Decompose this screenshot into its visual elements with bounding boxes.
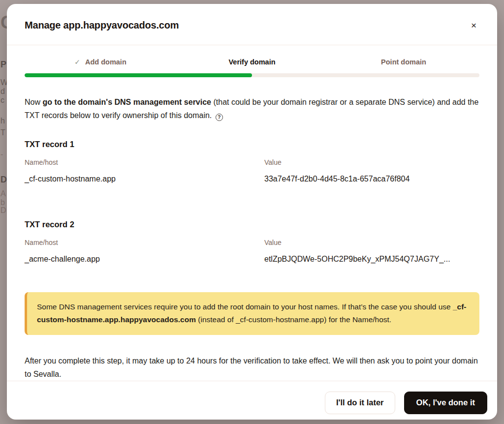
background-text-fragment: h	[0, 117, 5, 125]
intro-pre: Now	[25, 98, 42, 106]
record-value: etlZpBJQDWe-5OHC2P9beKy_xPMJ54Q7JAG7Y_..…	[264, 255, 479, 264]
step-label: Verify domain	[228, 58, 275, 66]
background-text-fragment: P	[0, 60, 6, 69]
intro-bold: go to the domain's DNS management servic…	[42, 98, 211, 106]
close-button[interactable]: ×	[468, 19, 479, 32]
wizard-steps: ✓ Add domain Verify domain Point domain	[25, 58, 479, 66]
background-text-fragment: c	[0, 96, 4, 104]
background-text-fragment: d	[0, 88, 5, 95]
background-text-fragment: b	[0, 199, 5, 207]
step-label: Point domain	[381, 58, 426, 66]
help-icon[interactable]: ?	[216, 114, 223, 121]
record-grid: Name/host Value _cf-custom-hostname.app …	[25, 158, 479, 183]
record-value: 33a7e47f-d2b0-4d45-8c1a-657aca76f804	[264, 175, 479, 183]
name-host-label: Name/host	[25, 239, 264, 246]
check-icon: ✓	[74, 58, 80, 66]
background-text-fragment: -	[0, 151, 3, 158]
completion-note: After you complete this step, it may tak…	[25, 354, 479, 381]
later-button[interactable]: I'll do it later	[325, 392, 395, 414]
close-icon: ×	[471, 20, 476, 30]
background-text-fragment: D	[0, 175, 7, 184]
done-button[interactable]: OK, I've done it	[404, 392, 487, 414]
callout-pre: Some DNS management services require you…	[37, 303, 453, 311]
manage-domain-modal: Manage app.happyavocados.com × ✓ Add dom…	[7, 4, 497, 420]
step-verify-domain: Verify domain	[176, 58, 328, 66]
step-add-domain: ✓ Add domain	[25, 58, 176, 66]
name-host-label: Name/host	[25, 158, 264, 166]
modal-title: Manage app.happyavocados.com	[25, 20, 179, 31]
progress-fill	[25, 73, 252, 77]
modal-content: ✓ Add domain Verify domain Point domain …	[7, 45, 497, 381]
value-label: Value	[264, 239, 479, 246]
step-label: Add domain	[85, 58, 126, 66]
record-heading: TXT record 1	[25, 140, 479, 149]
background-text-fragment: T	[0, 129, 5, 137]
modal-footer: I'll do it later OK, I've done it	[7, 381, 497, 424]
progress-bar	[25, 73, 479, 77]
record-heading: TXT record 2	[25, 220, 479, 229]
modal-header: Manage app.happyavocados.com ×	[7, 4, 497, 45]
dns-warning-callout: Some DNS management services require you…	[25, 292, 479, 335]
txt-record-1: TXT record 1 Name/host Value _cf-custom-…	[25, 140, 479, 183]
name-host-value: _cf-custom-hostname.app	[25, 175, 264, 183]
background-text-fragment: A	[0, 190, 6, 198]
callout-post: (instead of _cf-custom-hostname.app) for…	[196, 315, 391, 324]
step-point-domain: Point domain	[328, 58, 479, 66]
name-host-value: _acme-challenge.app	[25, 255, 264, 264]
txt-record-2: TXT record 2 Name/host Value _acme-chall…	[25, 220, 479, 264]
intro-text: Now go to the domain's DNS management se…	[25, 95, 479, 122]
background-text-fragment: D	[0, 207, 6, 214]
value-label: Value	[264, 158, 479, 166]
record-grid: Name/host Value _acme-challenge.app etlZ…	[25, 239, 479, 264]
